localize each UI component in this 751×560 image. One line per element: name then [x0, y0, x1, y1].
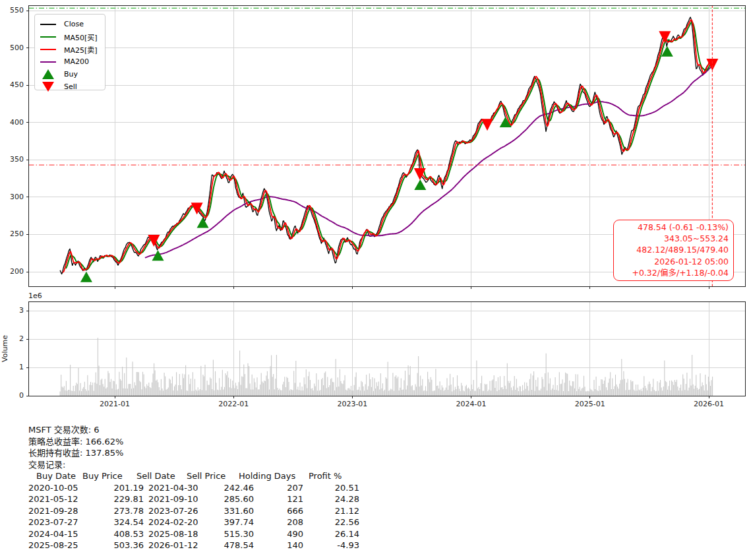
- trade-cell: -4.93: [307, 540, 359, 550]
- line-glyph: [40, 24, 56, 25]
- legend-item: MA200: [40, 55, 105, 68]
- legend-item: Buy: [40, 68, 105, 80]
- trade-cell: 24.28: [307, 494, 359, 504]
- legend-label: MA50[买]: [64, 32, 98, 42]
- buy-triangle-icon: [40, 69, 56, 79]
- tri-down-glyph: [42, 82, 54, 92]
- date-tick-label: 2025-01: [568, 400, 613, 408]
- legend-item: MA25[卖]: [40, 43, 105, 55]
- annotation-line: 482.12/489.15/479.40: [618, 244, 729, 255]
- trading-backtest-page: CloseMA50[买]MA25[卖]MA200BuySell 478.54 (…: [0, 0, 751, 560]
- legend-item: Sell: [40, 80, 105, 93]
- line-swatch-icon: [40, 61, 56, 63]
- trade-table-header: Buy DateBuy PriceSell DateSell PriceHold…: [28, 471, 371, 482]
- trade-cell: 666: [251, 506, 303, 516]
- trade-cell: 21.12: [307, 506, 359, 516]
- price-tick-label: 450: [1, 80, 24, 89]
- price-tick-label: 250: [1, 230, 24, 238]
- trade-cell: 208: [251, 517, 303, 527]
- legend-item: Close: [40, 18, 105, 30]
- legend-label: MA25[卖]: [64, 44, 98, 55]
- trade-header-cell: Sell Date: [136, 471, 175, 481]
- trade-cell: 324.54: [91, 517, 144, 527]
- volume-bars: [60, 338, 713, 396]
- legend-label: Close: [64, 20, 84, 28]
- trade-row: 2025-08-25503.362026-01-12478.54140-4.93: [28, 540, 371, 551]
- chart-canvas[interactable]: [0, 0, 751, 409]
- line-swatch-icon: [40, 24, 56, 25]
- buy-markers: [80, 46, 673, 282]
- trade-cell: 273.78: [91, 506, 144, 516]
- trade-row: 2021-05-12229.812021-09-10285.6012124.28: [28, 494, 371, 505]
- line-glyph: [40, 49, 56, 50]
- tri-up-glyph: [42, 69, 54, 79]
- trade-cell: 397.74: [201, 517, 254, 527]
- date-tick-label: 2023-01: [330, 400, 375, 408]
- volume-multiplier-label: 1e6: [28, 292, 42, 300]
- date-tick-label: 2022-01: [211, 400, 256, 408]
- legend-item: MA50[买]: [40, 30, 105, 43]
- volume-tick-label: 3: [1, 306, 24, 315]
- price-tick-label: 550: [1, 6, 24, 15]
- volume-tick-label: 0: [1, 391, 24, 400]
- chart-legend: CloseMA50[买]MA25[卖]MA200BuySell: [34, 14, 105, 90]
- summary-line: MSFT 交易次数: 6: [28, 424, 123, 436]
- trade-row: 2021-09-28273.782023-07-26331.6066621.12: [28, 506, 371, 517]
- trade-header-cell: Sell Price: [187, 471, 225, 481]
- trade-cell: 20.51: [307, 483, 359, 493]
- summary-line: 策略总收益率: 166.62%: [28, 436, 123, 448]
- price-tick-label: 350: [1, 155, 24, 164]
- price-tick-label: 500: [1, 44, 24, 52]
- date-tick-label: 2021-01: [92, 400, 137, 408]
- trade-row: 2023-07-27324.542024-02-20397.7420822.56: [28, 517, 371, 528]
- trade-header-cell: Holding Days: [239, 471, 295, 481]
- price-annotation-box: 478.54 (-0.61 -0.13%)343.05~553.24482.12…: [613, 220, 734, 281]
- line-swatch-icon: [40, 49, 56, 50]
- price-tick-label: 400: [1, 118, 24, 127]
- legend-label: Buy: [64, 70, 78, 78]
- trade-cell: 121: [251, 494, 303, 504]
- line-swatch-icon: [40, 36, 56, 38]
- trade-cell: 140: [251, 540, 303, 550]
- trade-cell: 242.46: [201, 483, 254, 493]
- volume-tick-label: 1: [1, 363, 24, 371]
- annotation-line: 2026-01-12 05:00: [618, 256, 729, 267]
- volume-axis-label: Volume: [1, 316, 10, 382]
- line-glyph: [40, 61, 56, 63]
- trade-row: 2020-10-05201.192021-04-30242.4620720.51: [28, 483, 371, 494]
- trade-header-cell: Buy Price: [82, 471, 123, 481]
- gridlines: [29, 5, 746, 396]
- backtest-summary: MSFT 交易次数: 6策略总收益率: 166.62%长期持有收益: 137.8…: [28, 424, 123, 470]
- summary-line: 长期持有收益: 137.85%: [28, 447, 123, 459]
- trade-header-cell: Profit %: [309, 471, 342, 481]
- trade-row: 2024-04-15408.532025-08-18515.3049026.14: [28, 529, 371, 540]
- trade-cell: 503.36: [91, 540, 144, 550]
- legend-label: Sell: [64, 82, 77, 91]
- trade-cell: 207: [251, 483, 303, 493]
- sell-triangle-icon: [40, 82, 56, 92]
- annotation-line: 343.05~553.24: [618, 233, 729, 244]
- trade-cell: 285.60: [201, 494, 254, 504]
- annotation-line: +0.32/偏多/+1.18/-0.04: [618, 267, 729, 278]
- trade-cell: 22.56: [307, 517, 359, 527]
- trade-cell: 515.30: [201, 529, 254, 539]
- trade-header-cell: Buy Date: [36, 471, 76, 481]
- annotation-line: 478.54 (-0.61 -0.13%): [618, 222, 729, 233]
- trade-cell: 478.54: [201, 540, 254, 550]
- date-tick-label: 2026-01: [686, 400, 731, 408]
- trade-cell: 229.81: [91, 494, 144, 504]
- trade-cell: 331.60: [201, 506, 254, 516]
- trade-cell: 26.14: [307, 529, 359, 539]
- trade-cell: 201.19: [91, 483, 144, 493]
- line-glyph: [40, 36, 56, 38]
- volume-tick-label: 2: [1, 334, 24, 343]
- price-tick-label: 300: [1, 193, 24, 201]
- trade-cell: 490: [251, 529, 303, 539]
- price-tick-label: 200: [1, 267, 24, 276]
- trade-cell: 408.53: [91, 529, 144, 539]
- summary-line: 交易记录:: [28, 459, 123, 471]
- legend-label: MA200: [64, 57, 89, 66]
- date-tick-label: 2024-01: [449, 400, 494, 408]
